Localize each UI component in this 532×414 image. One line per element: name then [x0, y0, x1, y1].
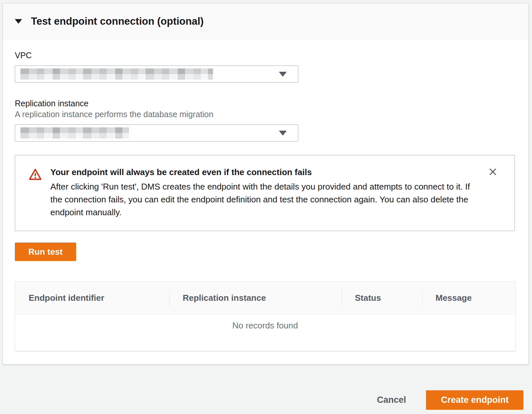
form-actions: Cancel Create endpoint [0, 390, 532, 410]
empty-state-text: No records found [15, 315, 515, 331]
replication-instance-redacted-value [20, 127, 129, 139]
warning-alert-body: After clicking 'Run test', DMS creates t… [50, 180, 482, 219]
column-header-status: Status [341, 293, 422, 303]
panel-header-toggle[interactable]: Test endpoint connection (optional) [3, 4, 528, 39]
table-header-row: Endpoint identifier Replication instance… [15, 282, 515, 315]
test-results-table: Endpoint identifier Replication instance… [15, 281, 516, 351]
vpc-select[interactable] [15, 65, 298, 83]
replication-instance-label: Replication instance [15, 98, 517, 108]
page: { "panel": { "title": "Test endpoint con… [0, 0, 532, 414]
cancel-button[interactable]: Cancel [377, 395, 406, 405]
table-body: No records found [15, 315, 515, 351]
column-header-message: Message [422, 293, 515, 303]
warning-alert-text: Your endpoint will always be created eve… [50, 167, 482, 219]
create-endpoint-button[interactable]: Create endpoint [426, 390, 523, 410]
dropdown-caret-icon [279, 72, 287, 77]
warning-triangle-icon [29, 168, 42, 182]
warning-alert: Your endpoint will always be created eve… [15, 155, 515, 231]
warning-alert-title: Your endpoint will always be created eve… [50, 167, 482, 177]
replication-instance-select[interactable] [15, 124, 298, 142]
dropdown-caret-icon [279, 131, 287, 136]
column-header-endpoint-identifier: Endpoint identifier [15, 293, 169, 303]
vpc-field: VPC [15, 50, 517, 83]
panel-title: Test endpoint connection (optional) [31, 15, 204, 27]
replication-instance-field: Replication instance A replication insta… [15, 98, 517, 142]
collapse-triangle-icon[interactable] [15, 19, 22, 24]
test-endpoint-panel: Test endpoint connection (optional) VPC … [3, 3, 529, 365]
vpc-label: VPC [15, 50, 517, 60]
replication-instance-description: A replication instance performs the data… [15, 109, 517, 119]
column-header-replication-instance: Replication instance [169, 293, 341, 303]
run-test-button[interactable]: Run test [15, 243, 76, 261]
close-icon[interactable] [486, 165, 499, 178]
panel-body: VPC Replication instance A replication i… [3, 39, 528, 364]
vpc-redacted-value [20, 68, 213, 80]
